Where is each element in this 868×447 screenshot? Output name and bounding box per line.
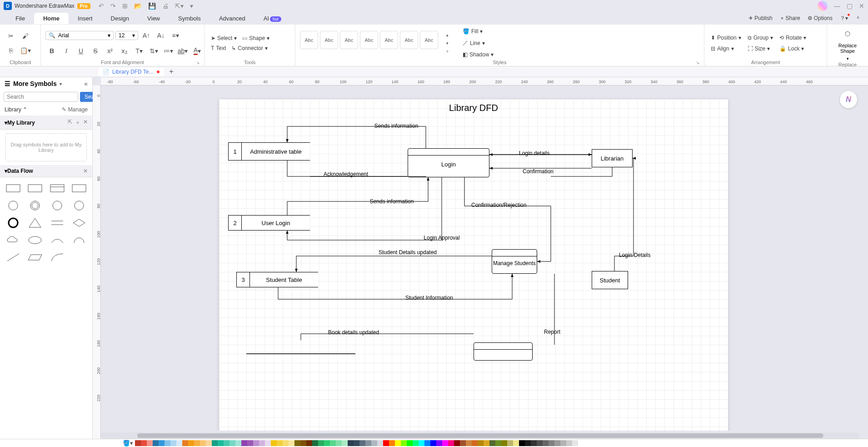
tab-advanced[interactable]: Advanced xyxy=(210,13,254,24)
shape-style-6[interactable]: Abc xyxy=(400,31,418,49)
color-swatch[interactable] xyxy=(419,440,424,446)
color-swatch[interactable] xyxy=(472,440,478,446)
process-manage-students[interactable]: Manage Students xyxy=(492,249,537,274)
styles-dialog-icon[interactable]: ↘ xyxy=(696,60,699,65)
color-swatch[interactable] xyxy=(229,440,235,446)
shape-diamond[interactable] xyxy=(70,216,89,230)
section-data-flow[interactable]: ▾ Data Flow ✕ xyxy=(0,165,92,177)
shape-parallel-lines[interactable] xyxy=(48,216,67,230)
user-avatar[interactable] xyxy=(818,1,828,11)
color-swatch[interactable] xyxy=(560,440,566,446)
color-swatch[interactable] xyxy=(395,440,401,446)
paste-icon[interactable]: 📋▾ xyxy=(19,44,32,57)
color-swatch[interactable] xyxy=(578,440,584,446)
tab-file[interactable]: File xyxy=(6,13,34,24)
process-login[interactable]: Login xyxy=(408,148,489,177)
text-tool[interactable]: T Text xyxy=(209,44,228,52)
gallery-more-icon[interactable]: ▿ xyxy=(441,47,454,55)
mylib-add-icon[interactable]: ＋ xyxy=(75,119,80,126)
document-tab[interactable]: 📄 Library DFD Te… xyxy=(98,68,164,76)
color-swatch[interactable] xyxy=(247,440,253,446)
color-swatch[interactable] xyxy=(501,440,507,446)
open-icon[interactable]: 📂 xyxy=(134,2,142,10)
line-spacing-icon[interactable]: ⇅▾ xyxy=(147,45,160,57)
print-icon[interactable]: 🖨 xyxy=(162,2,169,10)
color-swatch[interactable] xyxy=(324,440,330,446)
color-swatch[interactable] xyxy=(135,440,141,446)
lock-button[interactable]: 🔒 Lock ▾ xyxy=(778,45,808,53)
color-swatch[interactable] xyxy=(188,440,194,446)
color-swatch[interactable] xyxy=(235,440,241,446)
color-swatch[interactable] xyxy=(513,440,519,446)
horizontal-scrollbar[interactable] xyxy=(101,432,860,439)
symbol-search-input[interactable] xyxy=(4,92,78,102)
color-swatch[interactable] xyxy=(454,440,460,446)
collapse-ribbon-icon[interactable]: ＾ xyxy=(855,15,861,22)
position-button[interactable]: ⬍ Position ▾ xyxy=(709,34,743,42)
sidebar-collapse-icon[interactable]: « xyxy=(84,80,88,87)
color-swatch[interactable] xyxy=(294,440,300,446)
format-painter-icon[interactable]: 🖌 xyxy=(19,30,32,42)
color-swatch[interactable] xyxy=(312,440,318,446)
color-swatch[interactable] xyxy=(342,440,348,446)
rotate-button[interactable]: ⟲ Rotate ▾ xyxy=(778,34,808,42)
size-button[interactable]: ⛶ Size ▾ xyxy=(746,45,775,53)
font-color-icon[interactable]: A▾ xyxy=(191,45,204,57)
case-icon[interactable]: T▾ xyxy=(133,45,145,57)
color-swatch[interactable] xyxy=(170,440,176,446)
color-swatch[interactable] xyxy=(336,440,342,446)
color-swatch[interactable] xyxy=(495,440,501,446)
undo-icon[interactable]: ↶ xyxy=(99,2,104,10)
strike-icon[interactable]: S xyxy=(89,45,102,57)
shape-style-4[interactable]: Abc xyxy=(360,31,378,49)
shape-circle2[interactable] xyxy=(48,198,67,213)
shape-bold-circle[interactable] xyxy=(4,216,23,230)
shape-double-circle[interactable] xyxy=(25,198,45,213)
shape-circle3[interactable] xyxy=(70,198,89,213)
maximize-icon[interactable]: ▢ xyxy=(847,2,853,10)
shape-ellipse[interactable] xyxy=(25,233,45,247)
shape-rect-open[interactable] xyxy=(4,181,23,196)
color-swatch[interactable] xyxy=(165,440,170,446)
color-swatch[interactable] xyxy=(489,440,495,446)
color-swatch[interactable] xyxy=(147,440,153,446)
font-size-select[interactable]: 12▾ xyxy=(115,31,138,40)
line-button[interactable]: ／ Line ▾ xyxy=(461,38,495,48)
tab-symbols[interactable]: Symbols xyxy=(169,13,210,24)
dataflow-close-icon[interactable]: ✕ xyxy=(83,168,88,174)
canvas[interactable]: Library DFD 1Administrative table 2User … xyxy=(101,85,868,431)
cut-icon[interactable]: ✂ xyxy=(5,30,17,42)
shape-arc[interactable] xyxy=(48,233,67,247)
color-swatch[interactable] xyxy=(436,440,442,446)
color-swatch[interactable] xyxy=(259,440,265,446)
color-swatch[interactable] xyxy=(265,440,271,446)
export-icon[interactable]: ⇱▾ xyxy=(175,2,184,10)
font-dialog-icon[interactable]: ↘ xyxy=(196,60,200,65)
color-swatch[interactable] xyxy=(176,440,182,446)
tab-ai[interactable]: AIhot xyxy=(254,13,290,24)
process-bottom[interactable] xyxy=(474,342,533,361)
color-swatch[interactable] xyxy=(283,440,289,446)
color-swatch[interactable] xyxy=(543,440,549,446)
select-tool[interactable]: ➤ Select ▾ xyxy=(209,34,239,42)
shape-style-7[interactable]: Abc xyxy=(420,31,438,49)
color-swatch[interactable] xyxy=(371,440,377,446)
close-window-icon[interactable]: ✕ xyxy=(859,2,864,10)
color-swatch[interactable] xyxy=(212,440,218,446)
options-button[interactable]: ⚙ Options xyxy=(808,15,833,22)
shape-style-1[interactable]: Abc xyxy=(300,31,318,49)
color-swatch[interactable] xyxy=(159,440,165,446)
color-swatch[interactable] xyxy=(507,440,513,446)
color-swatch[interactable] xyxy=(318,440,324,446)
color-swatch[interactable] xyxy=(383,440,389,446)
superscript-icon[interactable]: x² xyxy=(104,45,116,57)
color-swatch[interactable] xyxy=(348,440,354,446)
color-swatch[interactable] xyxy=(200,440,206,446)
paint-bucket-icon[interactable]: 🪣▾ xyxy=(123,440,133,447)
color-swatch[interactable] xyxy=(537,440,543,446)
color-swatch[interactable] xyxy=(306,440,312,446)
sidebar-menu-icon[interactable]: ☰ xyxy=(5,80,10,87)
shadow-button[interactable]: ◧ Shadow ▾ xyxy=(461,50,495,59)
color-swatch[interactable] xyxy=(430,440,436,446)
shape-style-5[interactable]: Abc xyxy=(380,31,398,49)
